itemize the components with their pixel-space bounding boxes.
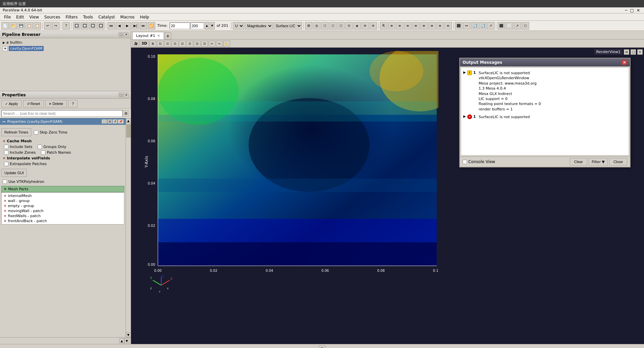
time-spinner-up[interactable]: ▲ bbox=[205, 22, 209, 30]
properties-float-btn[interactable]: □ bbox=[119, 93, 123, 97]
msg-expand-1[interactable]: ▶ bbox=[463, 114, 466, 118]
scroll-down[interactable]: ▼ bbox=[126, 332, 131, 337]
pipeline-item-cavity[interactable]: 👁 cavity.OpenFOAM bbox=[1, 45, 129, 52]
vp-btn10[interactable]: ↪ bbox=[216, 41, 223, 47]
tb-s4[interactable]: 🔄 bbox=[479, 22, 486, 30]
tb-btn7[interactable]: 🔲 bbox=[81, 22, 88, 30]
variable-select[interactable]: U bbox=[233, 22, 244, 30]
menu-macros[interactable]: Macros bbox=[118, 14, 137, 20]
msg-expand-0[interactable]: ▶ bbox=[463, 70, 466, 74]
scroll-down-btn[interactable]: ▼ bbox=[124, 338, 129, 343]
tb-extra5[interactable]: ⬡ bbox=[337, 22, 345, 30]
tb-s2[interactable]: ↔ bbox=[463, 22, 470, 30]
redo-button[interactable]: ↪ bbox=[52, 22, 59, 30]
menu-help[interactable]: Help bbox=[137, 14, 152, 20]
mesh-item-4[interactable]: ✕ fixedWalls - patch bbox=[2, 213, 123, 218]
time-max-input[interactable] bbox=[190, 22, 204, 29]
scroll-thumb[interactable] bbox=[126, 124, 131, 138]
vp-btn7[interactable]: ⊡ bbox=[194, 41, 201, 47]
tb-r2[interactable]: ≡ bbox=[388, 22, 395, 30]
vp-btn1[interactable]: ⊞ bbox=[149, 41, 156, 47]
tb-btn8[interactable]: 🔲 bbox=[89, 22, 96, 30]
visibility-icon[interactable]: 👁 bbox=[3, 46, 7, 51]
tb-extra8[interactable]: ≋ bbox=[361, 22, 369, 30]
expand-btn[interactable]: ⬚ bbox=[102, 119, 107, 123]
skip-zero-time-checkbox[interactable] bbox=[34, 130, 38, 135]
pipeline-float-btn[interactable]: □ bbox=[119, 32, 123, 37]
vp-btn8[interactable]: ⊡ bbox=[201, 41, 208, 47]
tb-r9[interactable]: ≡ bbox=[444, 22, 452, 30]
mesh-item-5[interactable]: ✕ frontAndBack - patch bbox=[2, 218, 123, 223]
tb-btn4[interactable]: 📋 bbox=[26, 22, 33, 30]
mesh-item-1[interactable]: ✕ wall - group bbox=[2, 198, 123, 203]
tb-r5[interactable]: ≡ bbox=[412, 22, 420, 30]
time-spinner-down[interactable]: ▼ bbox=[210, 22, 215, 30]
tb-r3[interactable]: ≡ bbox=[396, 22, 403, 30]
save-button[interactable]: 💾 bbox=[17, 22, 25, 30]
layout-tab[interactable]: Layout #1 ✕ bbox=[132, 32, 164, 39]
menu-file[interactable]: File bbox=[1, 14, 13, 20]
help-button[interactable]: ? bbox=[68, 100, 78, 107]
mesh-item-0[interactable]: ✕ internalMesh bbox=[2, 193, 123, 198]
tb-t2[interactable]: ⬜ bbox=[506, 22, 513, 30]
tb-extra3[interactable]: ⬡ bbox=[321, 22, 329, 30]
dialog-close-x-button[interactable]: ✕ bbox=[621, 59, 627, 65]
tb-extra1[interactable]: ⊞ bbox=[305, 22, 312, 30]
play-btn[interactable]: ▶ bbox=[124, 22, 131, 30]
reset-button[interactable]: ↺ Reset bbox=[23, 100, 44, 107]
add-tab-button[interactable]: + bbox=[165, 33, 171, 39]
vp-3d-btn[interactable]: 3D bbox=[140, 41, 149, 47]
vp-btn4[interactable]: ⊡ bbox=[172, 41, 178, 47]
tb-extra2[interactable]: ◎ bbox=[313, 22, 320, 30]
filter-button[interactable]: Filter ▼ bbox=[589, 158, 608, 165]
properties-close-btn[interactable]: ✕ bbox=[124, 93, 129, 97]
render-area[interactable]: RenderView1 ⊟ □ ✕ 0.10 0.08 0.06 0.04 0.… bbox=[131, 48, 644, 344]
vp-btn9[interactable]: ↩ bbox=[209, 41, 215, 47]
props-scrollbar[interactable]: ▲ ▼ bbox=[126, 118, 131, 337]
vp-btn6[interactable]: ⊡ bbox=[186, 41, 193, 47]
tb-s1[interactable]: ⬛ bbox=[455, 22, 462, 30]
undo-button[interactable]: ↩ bbox=[44, 22, 51, 30]
time-input[interactable] bbox=[170, 22, 190, 29]
rv-max-btn[interactable]: □ bbox=[631, 49, 636, 55]
tb-r7[interactable]: ≡ bbox=[428, 22, 436, 30]
prev-frame-btn[interactable]: ◀ bbox=[116, 22, 123, 30]
tb-t4[interactable]: ⬡ bbox=[522, 22, 529, 30]
status-btn[interactable]: ⊟ bbox=[319, 346, 326, 348]
menu-sources[interactable]: Sources bbox=[42, 14, 63, 20]
vp-btn5[interactable]: ⊡ bbox=[179, 41, 186, 47]
tb-btn6[interactable]: 🔲 bbox=[73, 22, 80, 30]
tb-extra4[interactable]: ⬡ bbox=[329, 22, 337, 30]
magnitude-select[interactable]: Magnitudes bbox=[245, 22, 273, 30]
delete-button[interactable]: ✕ Delete bbox=[45, 100, 67, 107]
rv-close-btn[interactable]: ✕ bbox=[637, 49, 643, 55]
new-button[interactable]: 📄 bbox=[1, 22, 9, 30]
menu-tools[interactable]: Tools bbox=[80, 14, 96, 20]
search-gear-button[interactable]: ⚙ bbox=[123, 110, 129, 117]
tb-extra7[interactable]: ◈ bbox=[353, 22, 361, 30]
tb-btn5[interactable]: 📋 bbox=[34, 22, 41, 30]
rv-restore-btn[interactable]: ⊟ bbox=[624, 49, 629, 55]
mesh-item-3[interactable]: ✕ movingWall - patch bbox=[2, 208, 123, 213]
tb-s3[interactable]: 🔄 bbox=[471, 22, 478, 30]
collapse-btn[interactable]: ⊟ bbox=[108, 119, 112, 123]
vp-btn2[interactable]: ⊡ bbox=[157, 41, 164, 47]
open-button[interactable]: 📂 bbox=[9, 22, 17, 30]
scroll-up[interactable]: ▲ bbox=[126, 118, 131, 123]
menu-filters[interactable]: Filters bbox=[63, 14, 80, 20]
clear-button[interactable]: Clear bbox=[570, 158, 587, 165]
extrapolate-checkbox[interactable] bbox=[4, 162, 8, 166]
help-btn[interactable]: ? bbox=[62, 22, 70, 30]
apply-button[interactable]: ✓ Apply bbox=[1, 100, 22, 107]
tb-r1[interactable]: R bbox=[380, 22, 387, 30]
vp-camera-btn[interactable]: 🎥 bbox=[132, 41, 139, 47]
pipeline-close-btn[interactable]: ✕ bbox=[124, 32, 129, 37]
pin-btn[interactable]: 📌 bbox=[118, 119, 124, 123]
vp-btn11[interactable]: 📐 bbox=[223, 41, 230, 47]
mesh-item-2[interactable]: ✕ empty - group bbox=[2, 203, 123, 208]
next-frame-btn[interactable]: ▶| bbox=[132, 22, 139, 30]
tb-r8[interactable]: ≡ bbox=[436, 22, 444, 30]
include-sets-checkbox[interactable] bbox=[4, 145, 8, 149]
close-button[interactable]: Close bbox=[609, 158, 627, 165]
update-gui-button[interactable]: Update GUI bbox=[1, 169, 27, 177]
